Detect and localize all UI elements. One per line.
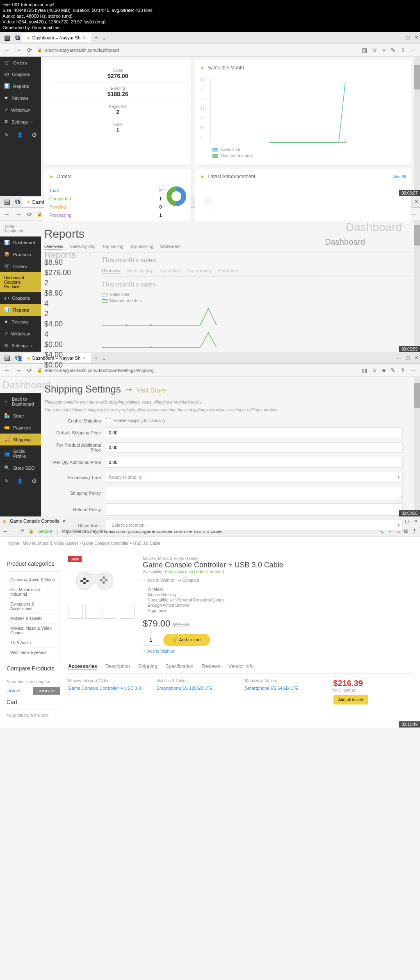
back-icon[interactable]: ← xyxy=(4,367,10,374)
star-icon[interactable]: ☆ xyxy=(372,47,377,53)
shippol-input[interactable] xyxy=(106,487,403,499)
sidebar-seo[interactable]: 🔍 Store SEO xyxy=(0,462,41,474)
hub-icon[interactable]: ≡ xyxy=(382,47,386,53)
maximize-icon[interactable]: ▢ xyxy=(406,35,410,40)
user-icon[interactable]: 👤 xyxy=(17,478,23,484)
bc-home[interactable]: Home xyxy=(8,541,19,546)
minimize-icon[interactable]: — xyxy=(396,35,401,40)
close-icon[interactable]: ✕ xyxy=(414,519,418,524)
see-all-link[interactable]: See All xyxy=(393,174,406,179)
sidebar-item-orders[interactable]: 🛒 Orders xyxy=(0,260,41,272)
orders-processing[interactable]: Processing xyxy=(49,213,71,218)
cat-item[interactable]: TV & Audio xyxy=(10,638,56,648)
tabs-icon[interactable]: ⧉ xyxy=(13,198,22,206)
compare-link[interactable]: ⇄ Compare xyxy=(178,578,199,583)
back-icon[interactable]: ← xyxy=(4,211,10,218)
browser-tab[interactable]: ●Dashboard – Nayyar Sh× xyxy=(22,33,91,42)
add-all-button[interactable]: Add all to cart xyxy=(333,695,368,705)
sidebar-item-settings[interactable]: ⚙ Settings › xyxy=(0,116,41,128)
default-input[interactable] xyxy=(106,427,403,438)
share-icon[interactable]: ⇪ xyxy=(400,47,405,53)
menu-icon[interactable]: ⋮ xyxy=(412,528,417,534)
orders-pending[interactable]: Pending xyxy=(49,204,66,209)
cat-item[interactable]: Cameras, Audio & Video xyxy=(10,575,56,585)
edit-icon[interactable]: ✎ xyxy=(5,478,8,484)
sidebar-item-reviews[interactable]: ★ Reviews xyxy=(0,92,41,104)
tab-description[interactable]: Description xyxy=(105,663,130,670)
sidebar-store[interactable]: 🏪 Store xyxy=(0,410,41,422)
forward-icon[interactable]: → xyxy=(16,367,21,374)
acc-name[interactable]: Smartphone 6S 128GB LTE xyxy=(157,686,237,691)
add-to-cart-button[interactable]: 🛒 Add to cart xyxy=(163,634,210,646)
user-icon[interactable]: 👤 xyxy=(17,356,23,361)
power-icon[interactable]: ⏻ xyxy=(32,356,37,361)
sidebar-shipping[interactable]: 🚚 Shipping xyxy=(0,434,41,445)
wishlist-link[interactable]: ♡ Add to Wishlist xyxy=(143,578,174,583)
tab-accessories[interactable]: Accessories xyxy=(68,663,97,670)
acc-name[interactable]: Game Console Controller + USB 3.0 xyxy=(68,686,148,691)
thumb-4[interactable] xyxy=(120,604,135,619)
thumb-3[interactable] xyxy=(103,604,117,619)
perqty-input[interactable] xyxy=(106,457,403,468)
more-icon[interactable]: ⋯ xyxy=(410,367,416,374)
new-tab-icon[interactable]: + xyxy=(91,34,101,41)
sidebar-item-settings[interactable]: ⚙ Settings › xyxy=(0,340,41,351)
sidebar-toggle-icon[interactable]: ▤ xyxy=(2,198,13,206)
tabs-dropdown-icon[interactable]: ⌄ xyxy=(101,34,107,41)
sidebar-payment[interactable]: 💳 Payment xyxy=(0,422,41,434)
cat-item[interactable]: Car, Motorbike & Industrial xyxy=(10,585,56,599)
bc-cat[interactable]: Movies, Music & Video Games xyxy=(23,541,79,546)
cat-item[interactable]: Mobiles & Tablets xyxy=(10,614,56,624)
sidebar-item-withdraw[interactable]: ↗ Withdraw xyxy=(0,328,41,340)
power-icon[interactable]: ⏻ xyxy=(32,132,37,138)
orders-total[interactable]: Total xyxy=(49,188,59,193)
tab-close-icon[interactable]: × xyxy=(83,34,86,41)
tabs-icon[interactable]: ⧉ xyxy=(13,34,22,41)
add-wishlist-link[interactable]: ♡ Add to Wishlist xyxy=(143,649,413,654)
enable-checkbox[interactable] xyxy=(106,418,111,423)
product-category[interactable]: Movies, Music & Video Games xyxy=(143,556,413,561)
cat-item[interactable]: Movies, Music & Video Games xyxy=(10,624,56,638)
sidebar-item-reports[interactable]: 📊 Reports xyxy=(0,80,41,92)
tab-overview[interactable]: Overview xyxy=(44,244,63,250)
forward-icon[interactable]: → xyxy=(16,211,21,218)
reader-icon[interactable]: ▥ xyxy=(362,47,367,53)
perprod-input[interactable] xyxy=(106,442,403,453)
orders-completed[interactable]: Completed xyxy=(49,196,71,201)
sidebar-item-reviews[interactable]: ★ Reviews xyxy=(0,316,41,328)
sidebar-toggle-icon[interactable]: ▤ xyxy=(2,34,13,41)
scrollbar[interactable] xyxy=(414,377,420,516)
sidebar-item-reports-hl[interactable]: 📊 Reports xyxy=(0,304,41,316)
product-image[interactable]: Sale! xyxy=(68,556,121,601)
more-icon[interactable]: ⋯ xyxy=(410,211,416,218)
sidebar-social[interactable]: 👥 Social Profile xyxy=(0,445,41,462)
sidebar-item-withdraw[interactable]: ↗ Withdraw xyxy=(0,104,41,116)
sidebar-item-coupons[interactable]: 🏷 Coupons xyxy=(0,292,41,304)
shipfrom-select[interactable]: - Select a location - ▾ xyxy=(106,520,403,531)
notes-icon[interactable]: ✎ xyxy=(390,47,395,53)
tab-reviews[interactable]: Reviews xyxy=(202,663,220,670)
reload-icon[interactable]: ⟳ xyxy=(27,211,32,218)
sidebar-back[interactable]: ← Back to Dashboard xyxy=(0,393,41,410)
thumb-2[interactable] xyxy=(85,604,100,619)
power-icon[interactable]: ⏻ xyxy=(32,478,37,484)
edit-icon[interactable]: ✎ xyxy=(5,132,8,138)
user-icon[interactable]: 👤 xyxy=(17,132,23,138)
scrollbar[interactable] xyxy=(414,221,420,352)
tab-byday[interactable]: Sales by day xyxy=(70,244,96,250)
sidebar-item-coupons[interactable]: 🏷 Coupons xyxy=(0,69,41,80)
compare-button[interactable]: COMPARE xyxy=(33,687,60,695)
back-icon[interactable]: ← xyxy=(3,529,8,534)
proctime-select[interactable]: Ready to ship in... ▾ xyxy=(106,472,403,483)
clear-all-link[interactable]: Clear all xyxy=(7,689,20,693)
forward-icon[interactable]: → xyxy=(16,47,21,53)
forward-icon[interactable]: → xyxy=(12,529,16,534)
refpol-input[interactable] xyxy=(106,503,403,516)
more-icon[interactable]: ⋯ xyxy=(410,47,416,53)
back-icon[interactable]: ← xyxy=(4,47,10,53)
sidebar-item-orders[interactable]: 🛒 Orders xyxy=(0,57,41,69)
sidebar-item-dashboard[interactable]: 📊 Dashboard xyxy=(0,236,41,248)
edit-icon[interactable]: ✎ xyxy=(5,356,8,361)
bc-home[interactable]: Home xyxy=(3,224,14,229)
reload-icon[interactable]: ⟳ xyxy=(27,47,32,53)
